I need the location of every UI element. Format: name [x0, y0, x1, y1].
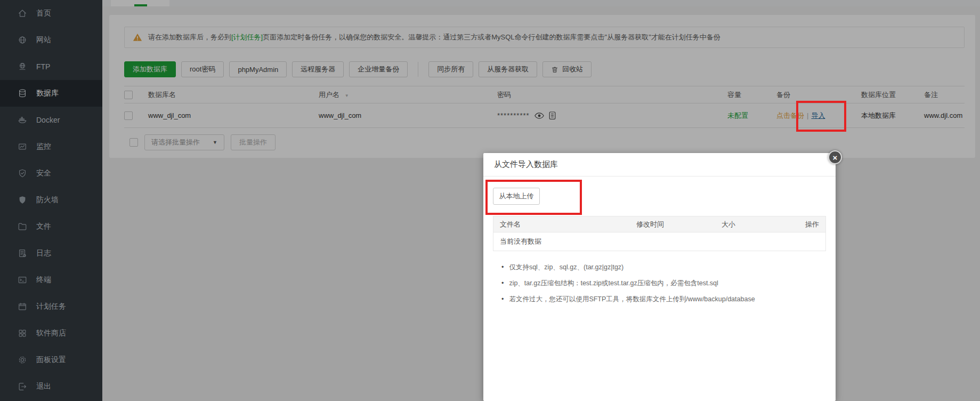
modal-table-header-row: 文件名 修改时间 大小 操作: [493, 216, 825, 232]
tip-item: 若文件过大，您还可以使用SFTP工具，将数据库文件上传到/www/backup/…: [501, 295, 826, 304]
header-filename: 文件名: [493, 220, 636, 229]
modal-header: 从文件导入数据库: [483, 153, 836, 177]
modal-title: 从文件导入数据库: [494, 159, 558, 170]
tip-item: 仅支持sql、zip、sql.gz、(tar.gz|gz|tgz): [501, 263, 826, 272]
modal-file-table: 文件名 修改时间 大小 操作 当前没有数据: [493, 216, 826, 251]
import-database-modal: 从文件导入数据库 × 从本地上传 文件名 修改时间 大小 操作 当前没有数据 仅…: [483, 153, 836, 401]
header-action: 操作: [788, 220, 825, 229]
tip-item: zip、tar.gz压缩包结构：test.zip或test.tar.gz压缩包内…: [501, 279, 826, 288]
empty-data-row: 当前没有数据: [493, 232, 825, 251]
modal-body: 从本地上传 文件名 修改时间 大小 操作 当前没有数据 仅支持sql、zip、s…: [483, 188, 836, 304]
header-size: 大小: [722, 220, 788, 229]
import-tips-list: 仅支持sql、zip、sql.gz、(tar.gz|gz|tgz) zip、ta…: [501, 263, 826, 304]
upload-local-button[interactable]: 从本地上传: [493, 188, 540, 205]
header-mtime: 修改时间: [636, 220, 722, 229]
empty-data-text: 当前没有数据: [493, 237, 825, 246]
close-icon[interactable]: ×: [828, 150, 842, 164]
